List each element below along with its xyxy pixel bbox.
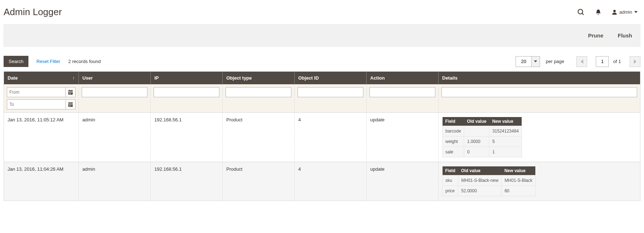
details-cell-field: weight xyxy=(443,136,464,147)
cell-user: admin xyxy=(79,113,151,162)
cell-ip: 192.168.56.1 xyxy=(151,162,223,201)
sort-asc-icon: ↑ xyxy=(73,75,75,81)
details-col-old: Old value xyxy=(458,166,502,175)
filter-date-from-input[interactable] xyxy=(7,87,65,97)
details-col-field: Field xyxy=(443,117,464,126)
prune-button[interactable]: Prune xyxy=(588,32,603,39)
details-cell-field: barcode xyxy=(443,126,464,136)
user-menu[interactable]: admin xyxy=(612,9,638,15)
calendar-icon xyxy=(68,89,73,95)
cell-date: Jan 13, 2016, 11:04:26 AM xyxy=(4,162,79,201)
action-bar: Prune Flush xyxy=(4,24,640,47)
table-row: Jan 13, 2016, 11:05:12 AMadmin192.168.56… xyxy=(4,113,640,162)
bell-icon[interactable] xyxy=(595,9,602,15)
cell-action: update xyxy=(367,113,439,162)
user-label: admin xyxy=(620,9,632,15)
svg-line-1 xyxy=(582,13,584,15)
search-button[interactable]: Search xyxy=(4,56,28,67)
svg-point-0 xyxy=(578,9,582,14)
reset-filter-link[interactable]: Reset Filter xyxy=(36,59,60,64)
pager-prev-button[interactable] xyxy=(576,56,587,67)
filter-date-to-input[interactable] xyxy=(7,99,65,109)
filter-object-id-input[interactable] xyxy=(298,87,363,97)
details-row: barcode31524123484 xyxy=(443,126,522,136)
details-cell-new: 1 xyxy=(489,147,522,157)
col-header-action[interactable]: Action xyxy=(367,72,439,85)
details-col-new: New value xyxy=(489,117,522,126)
col-header-details[interactable]: Details xyxy=(439,72,640,85)
search-icon[interactable] xyxy=(577,8,585,16)
details-cell-old: 0 xyxy=(464,147,489,157)
per-page-dropdown-button[interactable] xyxy=(531,56,540,67)
details-cell-old xyxy=(464,126,489,136)
details-table: FieldOld valueNew valueskuMH01-S-Black-n… xyxy=(442,166,536,196)
cell-details: FieldOld valueNew valuebarcode3152412348… xyxy=(439,113,640,162)
details-table: FieldOld valueNew valuebarcode3152412348… xyxy=(442,117,522,157)
details-cell-new: 60 xyxy=(502,186,535,196)
cell-date: Jan 13, 2016, 11:05:12 AM xyxy=(4,113,79,162)
filter-user-input[interactable] xyxy=(82,87,148,97)
per-page-input[interactable] xyxy=(516,56,531,67)
pager-next-button[interactable] xyxy=(630,56,640,67)
user-icon xyxy=(612,9,617,15)
cell-object-id: 4 xyxy=(295,162,367,201)
caret-down-icon xyxy=(534,60,537,63)
caret-down-icon xyxy=(634,10,638,14)
chevron-right-icon xyxy=(634,59,637,64)
cell-action: update xyxy=(367,162,439,201)
details-col-new: New value xyxy=(502,166,535,175)
records-found-label: 2 records found xyxy=(68,59,101,64)
details-cell-old: 52.0000 xyxy=(458,186,502,196)
page-title: Admin Logger xyxy=(4,6,62,18)
cell-ip: 192.168.56.1 xyxy=(151,113,223,162)
per-page-label: per page xyxy=(546,59,564,64)
filter-object-type-input[interactable] xyxy=(226,87,291,97)
col-header-ip[interactable]: IP xyxy=(151,72,223,85)
details-cell-new: MH01-S-Black xyxy=(502,175,535,186)
details-row: skuMH01-S-Black-newMH01-S-Black xyxy=(443,175,536,186)
chevron-left-icon xyxy=(580,59,584,64)
filter-details-input[interactable] xyxy=(441,87,637,97)
calendar-to-button[interactable] xyxy=(65,99,76,109)
filter-row xyxy=(4,84,640,113)
page-header: Admin Logger admin xyxy=(4,4,640,24)
cell-user: admin xyxy=(79,162,151,201)
filter-ip-input[interactable] xyxy=(154,87,219,97)
calendar-from-button[interactable] xyxy=(65,87,76,97)
details-col-field: Field xyxy=(443,166,458,175)
col-header-user[interactable]: User xyxy=(79,72,151,85)
flush-button[interactable]: Flush xyxy=(618,32,632,39)
details-cell-old: 1.0000 xyxy=(464,136,489,147)
page-input[interactable] xyxy=(596,56,609,67)
col-header-object-type[interactable]: Object type xyxy=(223,72,295,85)
cell-details: FieldOld valueNew valueskuMH01-S-Black-n… xyxy=(439,162,640,201)
col-header-object-id[interactable]: Object ID xyxy=(295,72,367,85)
cell-object-type: Product xyxy=(223,113,295,162)
details-cell-old: MH01-S-Black-new xyxy=(458,175,502,186)
details-cell-field: sku xyxy=(443,175,458,186)
details-cell-new: 5 xyxy=(489,136,522,147)
details-row: weight1.00005 xyxy=(443,136,522,147)
details-row: price52.000060 xyxy=(443,186,536,196)
details-col-old: Old value xyxy=(464,117,489,126)
table-row: Jan 13, 2016, 11:04:26 AMadmin192.168.56… xyxy=(4,162,640,201)
cell-object-type: Product xyxy=(223,162,295,201)
col-header-date[interactable]: Date ↑ xyxy=(4,72,79,85)
details-cell-new: 31524123484 xyxy=(489,126,522,136)
of-pages-label: of 1 xyxy=(613,59,621,64)
details-cell-field: sale xyxy=(443,147,464,157)
details-row: sale01 xyxy=(443,147,522,157)
filter-action-input[interactable] xyxy=(369,87,435,97)
cell-object-id: 4 xyxy=(295,113,367,162)
calendar-icon xyxy=(68,102,73,107)
log-grid: Date ↑ User IP Object type Object ID Act… xyxy=(4,71,640,201)
grid-controls: Search Reset Filter 2 records found per … xyxy=(4,56,640,67)
details-cell-field: price xyxy=(443,186,458,196)
